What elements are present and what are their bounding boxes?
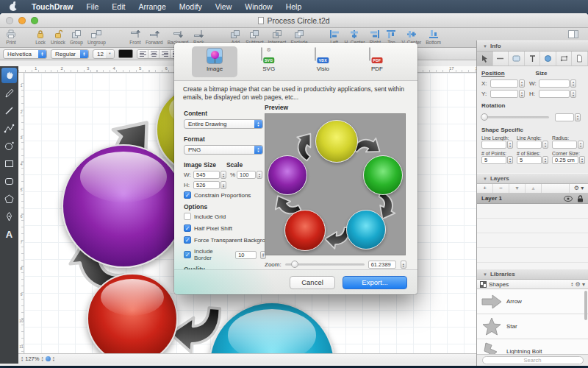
line-tool[interactable]: [1, 103, 17, 118]
page-stepper[interactable]: ▴▾: [53, 356, 54, 361]
align-bottom-button[interactable]: Bottom: [423, 29, 443, 45]
text-color-swatch[interactable]: [118, 49, 133, 58]
info-section-header[interactable]: ▼Info: [477, 40, 588, 52]
tab-selection[interactable]: [477, 52, 493, 66]
library-stepper[interactable]: ▴▾: [571, 282, 573, 287]
export-height-stepper[interactable]: ▴▾: [220, 181, 226, 189]
w-field[interactable]: [539, 79, 570, 88]
layer-lock-icon[interactable]: [577, 195, 584, 202]
menu-view[interactable]: View: [209, 0, 239, 13]
ungroup-button[interactable]: Ungroup: [85, 29, 108, 45]
rotation-slider[interactable]: [481, 116, 549, 118]
hand-tool[interactable]: [1, 68, 17, 83]
line-angle-field[interactable]: [517, 141, 542, 149]
layers-gear-menu[interactable]: ⚙ ▾: [569, 184, 588, 193]
library-item-star[interactable]: Star: [477, 314, 588, 339]
line-angle-stepper[interactable]: ▴▾: [542, 141, 548, 149]
export-height-field[interactable]: 526: [193, 181, 220, 189]
tab-rectangle[interactable]: [509, 52, 525, 66]
w-stepper[interactable]: ▴▾: [570, 79, 576, 88]
forward-button[interactable]: Forward: [143, 29, 165, 45]
titlebar[interactable]: Process Circle.t2d: [0, 13, 588, 28]
minimize-button[interactable]: [18, 17, 26, 24]
export-width-field[interactable]: 545: [193, 171, 220, 179]
library-collection-select[interactable]: Shapes: [489, 281, 509, 288]
rotation-field[interactable]: [555, 113, 574, 121]
menu-modify[interactable]: Modify: [173, 0, 209, 13]
apple-menu-icon[interactable]: [9, 2, 18, 11]
tab-svg[interactable]: ⚙SVG SVG: [246, 46, 292, 77]
layer-row[interactable]: Layer 1: [477, 194, 588, 204]
purple-sphere[interactable]: [62, 144, 185, 268]
library-item-lightning[interactable]: Lightning Bolt: [477, 339, 588, 354]
unlock-button[interactable]: Unlock: [49, 29, 68, 45]
library-gear-menu[interactable]: ⚙ ▾: [576, 281, 585, 288]
text-align-left-button[interactable]: [137, 50, 148, 58]
x-stepper[interactable]: ▴▾: [519, 79, 525, 88]
menu-help[interactable]: Help: [279, 0, 309, 13]
tab-ellipse[interactable]: [540, 52, 556, 66]
pen-tool[interactable]: [1, 209, 17, 224]
include-border-checkbox[interactable]: ✓: [184, 251, 191, 258]
constrain-proportions-checkbox[interactable]: ✓: [184, 191, 191, 199]
layers-section-header[interactable]: ▼Layers: [477, 173, 588, 184]
tab-visio[interactable]: VDX Visio: [300, 46, 345, 77]
zoom-level-stepper[interactable]: ▴▾: [41, 356, 43, 361]
library-list[interactable]: Arrow Star Lightning Bolt: [477, 289, 588, 354]
add-layer-button[interactable]: +: [477, 184, 493, 193]
rotation-stepper[interactable]: ▴▾: [575, 113, 581, 121]
border-width-field[interactable]: 10: [235, 251, 257, 259]
zoom-button[interactable]: [31, 17, 38, 24]
close-button[interactable]: [6, 17, 13, 24]
force-transparent-checkbox[interactable]: ✓: [184, 236, 191, 244]
layer-visible-icon[interactable]: [564, 196, 573, 202]
library-search-input[interactable]: [482, 356, 584, 364]
preview-zoom-field[interactable]: 61.2389: [368, 261, 396, 269]
libraries-section-header[interactable]: ▼Libraries: [477, 269, 588, 280]
text-align-center-button[interactable]: [148, 50, 159, 58]
line-length-stepper[interactable]: ▴▾: [507, 141, 513, 149]
scale-field[interactable]: 100: [237, 171, 256, 179]
move-layer-down-button[interactable]: ▾: [509, 184, 526, 193]
scale-stepper[interactable]: ▴▾: [257, 171, 262, 179]
text-tool[interactable]: A: [1, 227, 17, 242]
group-button[interactable]: Group: [68, 29, 85, 45]
print-button[interactable]: Print: [3, 29, 19, 45]
lock-button[interactable]: Lock: [32, 29, 49, 45]
y-stepper[interactable]: ▴▾: [519, 90, 525, 98]
menu-edit[interactable]: Edit: [105, 0, 132, 13]
radius-field[interactable]: [552, 141, 577, 149]
format-select[interactable]: PNG▴▾: [184, 145, 263, 155]
tab-text[interactable]: [525, 52, 541, 66]
front-button[interactable]: Front: [127, 29, 143, 45]
content-select[interactable]: Entire Drawing▴▾: [184, 119, 263, 129]
font-style-select[interactable]: Regular▴▾: [51, 49, 89, 59]
font-size-select[interactable]: 12▾: [93, 49, 115, 59]
tab-page[interactable]: [572, 52, 588, 66]
menu-file[interactable]: File: [79, 0, 105, 13]
sides-field[interactable]: 5: [517, 156, 542, 164]
preview-zoom-stepper[interactable]: ▴▾: [401, 261, 406, 269]
points-stepper[interactable]: ▴▾: [507, 156, 513, 164]
export-button[interactable]: Export...: [343, 276, 407, 289]
ellipse-tool[interactable]: [1, 138, 17, 154]
line-length-field[interactable]: [481, 141, 506, 149]
y-field[interactable]: [490, 90, 518, 98]
menu-arrange[interactable]: Arrange: [132, 0, 172, 13]
zoom-stepper-icon[interactable]: ▴▾: [21, 356, 23, 361]
library-item-arrow[interactable]: Arrow: [477, 289, 588, 314]
polyline-tool[interactable]: [1, 121, 17, 136]
corner-size-stepper[interactable]: ▴▾: [579, 156, 585, 164]
x-field[interactable]: [490, 79, 518, 88]
preview-zoom-slider[interactable]: [285, 263, 365, 266]
sides-stepper[interactable]: ▴▾: [542, 156, 548, 164]
menu-window[interactable]: Window: [238, 0, 279, 13]
tab-pdf[interactable]: PDF PDF: [354, 46, 400, 77]
menu-touchdraw[interactable]: TouchDraw: [25, 0, 79, 13]
library-scrollbar[interactable]: [584, 291, 587, 320]
include-grid-checkbox[interactable]: [184, 213, 191, 220]
move-layer-up-button[interactable]: ▴: [526, 184, 542, 193]
h-field[interactable]: [539, 90, 570, 98]
tab-connection[interactable]: [556, 52, 573, 66]
red-sphere[interactable]: [87, 273, 178, 353]
